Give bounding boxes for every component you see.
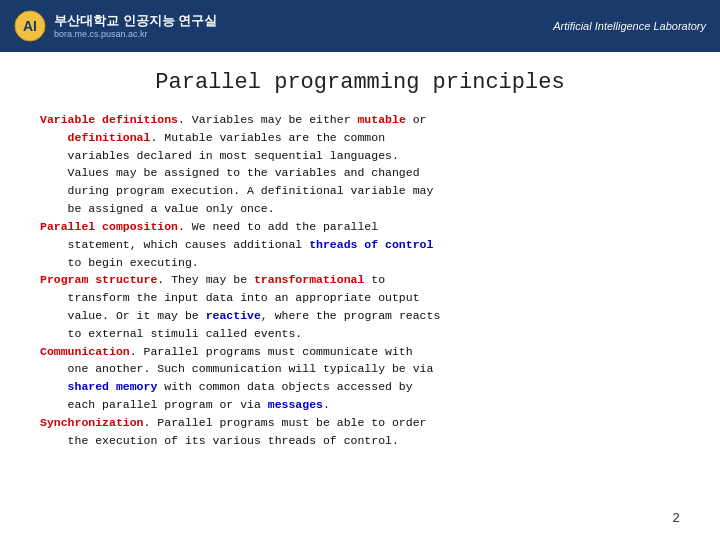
logo-area: AI 부산대학교 인공지능 연구실 bora.me.cs.pusan.ac.kr	[14, 10, 217, 42]
text-program-1: . They may be	[157, 273, 254, 286]
body-text: Variable definitions. Variables may be e…	[40, 111, 680, 507]
inline-threads: threads of control	[309, 238, 433, 251]
slide-content: Parallel programming principles Variable…	[0, 52, 720, 540]
svg-text:AI: AI	[23, 18, 37, 34]
label-synchronization: Synchronization	[40, 416, 144, 429]
label-variable: Variable definitions	[40, 113, 178, 126]
page-number: 2	[40, 507, 680, 526]
lab-name: Artificial Intelligence Laboratory	[553, 20, 706, 32]
inline-transformational: transformational	[254, 273, 364, 286]
text-variable-1: . Variables may be either	[178, 113, 357, 126]
inline-reactive: reactive	[206, 309, 261, 322]
paragraph-communication: Communication. Parallel programs must co…	[40, 343, 680, 414]
inline-definitional: definitional	[68, 131, 151, 144]
paragraph-program: Program structure. They may be transform…	[40, 271, 680, 342]
label-communication: Communication	[40, 345, 130, 358]
slide-title: Parallel programming principles	[40, 70, 680, 95]
paragraph-synchronization: Synchronization. Parallel programs must …	[40, 414, 680, 450]
paragraph-variable: Variable definitions. Variables may be e…	[40, 111, 680, 218]
label-program: Program structure	[40, 273, 157, 286]
inline-shared-memory: shared memory	[68, 380, 158, 393]
label-parallel: Parallel composition	[40, 220, 178, 233]
logo-text: 부산대학교 인공지능 연구실 bora.me.cs.pusan.ac.kr	[54, 13, 217, 39]
inline-messages: messages	[268, 398, 323, 411]
university-logo-icon: AI	[14, 10, 46, 42]
university-name: 부산대학교 인공지능 연구실	[54, 13, 217, 29]
header-bar: AI 부산대학교 인공지능 연구실 bora.me.cs.pusan.ac.kr…	[0, 0, 720, 52]
inline-mutable: mutable	[357, 113, 405, 126]
paragraph-parallel: Parallel composition. We need to add the…	[40, 218, 680, 271]
university-url: bora.me.cs.pusan.ac.kr	[54, 29, 217, 39]
text-comm-3: .	[323, 398, 330, 411]
text-parallel-2: to begin executing.	[40, 256, 199, 269]
